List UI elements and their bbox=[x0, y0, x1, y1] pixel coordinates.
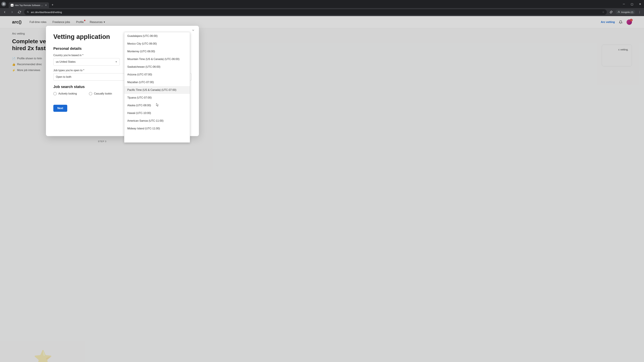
timezone-option[interactable]: Alaska (UTC-08:00) bbox=[124, 102, 190, 109]
next-button[interactable]: Next bbox=[53, 105, 67, 112]
timezone-option[interactable]: Monterrey (UTC-06:00) bbox=[124, 48, 190, 55]
timezone-option[interactable]: Guadalajara (UTC-06:00) bbox=[124, 32, 190, 40]
timezone-option[interactable]: American Samoa (UTC-11:00) bbox=[124, 117, 190, 125]
incognito-label: Incognito (2) bbox=[621, 11, 633, 13]
svg-point-3 bbox=[27, 11, 28, 12]
radio-icon bbox=[53, 92, 57, 95]
timezone-option[interactable]: Pacific Time (US & Canada) (UTC-07:00) bbox=[124, 86, 190, 94]
country-select[interactable]: us United States ▼ bbox=[53, 58, 120, 65]
incognito-badge[interactable]: Incognito (2) bbox=[616, 10, 635, 14]
site-settings-icon[interactable] bbox=[26, 10, 29, 14]
timezone-option[interactable]: Mountain Time (US & Canada) (UTC-06:00) bbox=[124, 55, 190, 63]
browser-tab-strip: a Hire Top Remote Software Dev ✕ + ─ ▢ ✕ bbox=[0, 0, 644, 8]
radio-icon bbox=[89, 92, 92, 95]
tab-close-icon[interactable]: ✕ bbox=[45, 4, 47, 6]
radio-casually-looking[interactable]: Casually lookin bbox=[89, 92, 112, 95]
back-button[interactable] bbox=[2, 9, 8, 15]
window-maximize-button[interactable]: ▢ bbox=[629, 1, 634, 7]
browser-menu-button[interactable]: ⋮ bbox=[637, 10, 642, 14]
browser-menu-icon[interactable] bbox=[1, 2, 6, 6]
timezone-option[interactable]: Tijuana (UTC-07:00) bbox=[124, 94, 190, 102]
timezone-option[interactable]: Mexico City (UTC-06:00) bbox=[124, 40, 190, 48]
country-value: us United States bbox=[56, 60, 76, 63]
timezone-dropdown[interactable]: Guadalajara (UTC-06:00)Mexico City (UTC-… bbox=[124, 32, 190, 143]
tab-title: Hire Top Remote Software Dev bbox=[15, 4, 44, 6]
jobtypes-value: Open to both bbox=[56, 75, 72, 78]
browser-toolbar: arc.dev/dashboard/d/vetting ☆ Incognito … bbox=[0, 8, 644, 16]
country-field: Country you're based in * us United Stat… bbox=[53, 54, 120, 65]
timezone-option[interactable]: Hawaii (UTC-10:00) bbox=[124, 109, 190, 117]
tab-favicon: a bbox=[11, 4, 14, 6]
window-minimize-button[interactable]: ─ bbox=[621, 1, 626, 7]
browser-tab[interactable]: a Hire Top Remote Software Dev ✕ bbox=[9, 2, 49, 8]
radio-actively-looking[interactable]: Actively looking bbox=[53, 92, 77, 95]
timezone-option[interactable]: Mazatlan (UTC-07:00) bbox=[124, 78, 190, 86]
window-close-button[interactable]: ✕ bbox=[637, 1, 643, 7]
forward-button[interactable] bbox=[10, 9, 15, 15]
address-bar[interactable]: arc.dev/dashboard/d/vetting ☆ bbox=[24, 9, 607, 15]
new-tab-button[interactable]: + bbox=[50, 2, 55, 7]
timezone-option[interactable]: Midway Island (UTC-11:00) bbox=[124, 125, 190, 132]
svg-point-4 bbox=[28, 12, 28, 12]
chevron-down-icon: ▼ bbox=[115, 61, 117, 63]
country-label: Country you're based in * bbox=[53, 54, 120, 57]
timezone-option[interactable]: Arizona (UTC-07:00) bbox=[124, 71, 190, 78]
timezone-option[interactable]: Saskatchewan (UTC-06:00) bbox=[124, 63, 190, 71]
page-root: arc() Full-time roles Freelance jobs Pro… bbox=[0, 16, 644, 362]
url-text: arc.dev/dashboard/d/vetting bbox=[31, 11, 600, 13]
reload-button[interactable] bbox=[17, 9, 22, 15]
modal-close-button[interactable] bbox=[192, 28, 195, 33]
bookmark-icon[interactable]: ☆ bbox=[602, 11, 604, 13]
extensions-icon[interactable] bbox=[609, 10, 614, 14]
